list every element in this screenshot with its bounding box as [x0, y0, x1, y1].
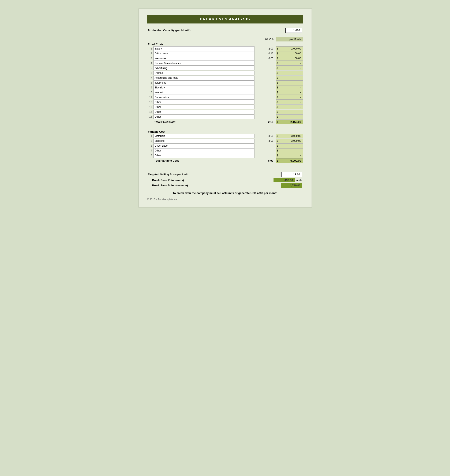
- row-month-cell: $ -: [276, 85, 303, 90]
- dollar-sign: $: [276, 51, 279, 56]
- row-number: 12: [147, 101, 154, 104]
- summary-text: To break even the company must sell 430 …: [147, 192, 303, 195]
- dollar-sign: $: [276, 105, 279, 109]
- row-month-cell: $ 3,000.00: [276, 134, 303, 138]
- dollar-sign: $: [276, 56, 279, 61]
- break-even-revenue-label: Break Even Point (revenue): [152, 184, 281, 187]
- row-number: 14: [147, 110, 154, 113]
- column-headers: per Unit per Month: [147, 37, 303, 42]
- col-header-per-unit: per Unit: [255, 37, 276, 42]
- selling-price-row: Targeted Selling Price per Unit 11.00: [148, 172, 302, 177]
- dollar-sign: $: [276, 46, 279, 51]
- month-value: -: [279, 66, 303, 70]
- row-description[interactable]: Other: [154, 153, 255, 158]
- table-row: 9 Electricity - $ -: [147, 85, 303, 90]
- row-number: 2: [147, 139, 154, 142]
- month-value: -: [279, 144, 303, 148]
- row-number: 4: [147, 62, 154, 65]
- row-unit-value: -: [255, 154, 276, 157]
- row-description[interactable]: Other: [154, 100, 255, 104]
- month-value: -: [279, 148, 303, 153]
- dollar-sign: $: [276, 95, 279, 100]
- table-row: 13 Other - $ -: [147, 105, 303, 109]
- row-description[interactable]: Shipping: [154, 139, 255, 143]
- row-description[interactable]: Other: [154, 148, 255, 153]
- table-row: 7 Accounting and legal - $ -: [147, 76, 303, 80]
- row-description[interactable]: Other: [154, 114, 255, 119]
- row-month-cell: $ -: [276, 61, 303, 66]
- col-header-per-month: per Month: [276, 37, 303, 42]
- bottom-section: Targeted Selling Price per Unit 11.00 Br…: [147, 172, 303, 188]
- row-unit-value: -: [255, 76, 276, 79]
- month-value: -: [279, 114, 303, 119]
- row-month-cell: $ -: [276, 114, 303, 119]
- row-description[interactable]: Accounting and legal: [154, 76, 255, 80]
- fixed-costs-section-label: Fixed Costs: [147, 43, 303, 46]
- row-number: 8: [147, 81, 154, 84]
- row-description[interactable]: Telephone: [154, 80, 255, 85]
- dollar-sign: $: [276, 139, 279, 143]
- row-number: 15: [147, 115, 154, 118]
- row-number: 7: [147, 76, 154, 79]
- month-value: -: [279, 110, 303, 114]
- production-capacity-value[interactable]: 1,000: [285, 28, 302, 33]
- month-value: -: [279, 76, 303, 80]
- variable-costs-section-label: Variable Cost: [147, 130, 303, 133]
- row-description[interactable]: Other: [154, 110, 255, 114]
- page-title: BREAK EVEN ANALYSIS: [147, 15, 303, 24]
- row-unit-value: 3.00: [255, 139, 276, 142]
- row-unit-value: 3.00: [255, 135, 276, 138]
- row-description[interactable]: Office rental: [154, 51, 255, 56]
- month-value: -: [279, 95, 303, 100]
- row-unit-value: -: [255, 96, 276, 99]
- month-value: 2,000.00: [279, 46, 303, 51]
- total-fixed-dollar-sign: $: [276, 120, 279, 124]
- break-even-units-label: Break Even Point (units): [152, 179, 274, 182]
- row-unit-value: -: [255, 110, 276, 113]
- row-description[interactable]: Depreciation: [154, 95, 255, 100]
- row-description[interactable]: Materials: [154, 134, 255, 138]
- table-row: 3 Direct Labor - $ -: [147, 144, 303, 148]
- total-fixed-cost-month-cell: $ 2,150.00: [276, 120, 303, 124]
- row-description[interactable]: Advertising: [154, 66, 255, 70]
- row-number: 5: [147, 154, 154, 157]
- dollar-sign: $: [276, 100, 279, 104]
- row-month-cell: $ -: [276, 95, 303, 100]
- selling-price-value[interactable]: 11.00: [281, 172, 302, 177]
- dollar-sign: $: [276, 144, 279, 148]
- row-description[interactable]: Other: [154, 105, 255, 109]
- fixed-cost-rows: 1 Salary 2.00 $ 2,000.00 2 Office rental…: [147, 46, 303, 119]
- table-row: 3 Insurance 0.05 $ 50.00: [147, 56, 303, 61]
- total-variable-cost-unit: 6.00: [255, 159, 276, 162]
- main-container: BREAK EVEN ANALYSIS Production Capacity …: [138, 8, 312, 208]
- dollar-sign: $: [276, 153, 279, 158]
- row-number: 6: [147, 72, 154, 74]
- row-description[interactable]: Repairs & maintenance: [154, 61, 255, 66]
- row-description[interactable]: Interest: [154, 90, 255, 95]
- row-description[interactable]: Utilities: [154, 71, 255, 75]
- row-number: 5: [147, 67, 154, 70]
- row-number: 10: [147, 91, 154, 94]
- table-row: 1 Salary 2.00 $ 2,000.00: [147, 46, 303, 51]
- row-month-cell: $ -: [276, 76, 303, 80]
- table-row: 12 Other - $ -: [147, 100, 303, 104]
- total-variable-month-value: 6,000.00: [279, 158, 303, 163]
- table-row: 4 Other - $ -: [147, 148, 303, 153]
- dollar-sign: $: [276, 114, 279, 119]
- month-value: -: [279, 61, 303, 66]
- row-unit-value: -: [255, 81, 276, 84]
- total-fixed-cost-unit: 2.15: [255, 120, 276, 124]
- row-description[interactable]: Salary: [154, 46, 255, 51]
- row-description[interactable]: Direct Labor: [154, 144, 255, 148]
- row-description[interactable]: Electricity: [154, 85, 255, 90]
- break-even-units-suffix: units: [296, 179, 302, 182]
- row-unit-value: -: [255, 149, 276, 152]
- row-description[interactable]: Insurance: [154, 56, 255, 61]
- table-row: 2 Shipping 3.00 $ 3,000.00: [147, 139, 303, 143]
- row-number: 2: [147, 52, 154, 55]
- table-row: 15 Other - $ -: [147, 114, 303, 119]
- table-row: 5 Other - $ -: [147, 153, 303, 158]
- row-month-cell: $ -: [276, 90, 303, 95]
- total-fixed-month-value: 2,150.00: [279, 120, 303, 124]
- row-number: 9: [147, 86, 154, 89]
